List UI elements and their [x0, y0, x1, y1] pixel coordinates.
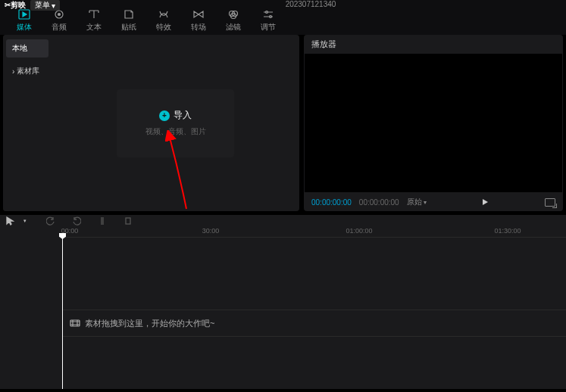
tab-sticker[interactable]: 贴纸	[112, 6, 145, 35]
sticker-icon	[123, 9, 135, 20]
tab-filter[interactable]: 滤镜	[217, 6, 250, 35]
main-track[interactable]: 素材拖拽到这里，开始你的大作吧~	[62, 310, 566, 337]
effect-icon	[158, 9, 170, 20]
player-ratio[interactable]: 原始 ▾	[407, 197, 427, 207]
timeline-ruler[interactable]: 00:00 30:00 01:00:00 01:30:00	[62, 227, 566, 238]
tab-adjust[interactable]: 调节	[252, 6, 285, 35]
svg-rect-8	[126, 218, 130, 224]
timeline-panel: ▾ 00:00 30:00 01:00:00 01:30:00 素材拖拽到这里，…	[0, 214, 566, 389]
select-tool[interactable]	[5, 216, 15, 226]
svg-rect-9	[70, 320, 80, 326]
delete-button[interactable]	[123, 216, 133, 226]
player-panel: 播放器 00:00:00:00 00:00:00:00 原始 ▾	[304, 35, 563, 211]
tab-text[interactable]: 文本	[77, 6, 111, 35]
play-button[interactable]	[483, 199, 488, 205]
tab-transition[interactable]: 转场	[182, 6, 215, 35]
tab-media[interactable]: 媒体	[8, 6, 41, 35]
track-hint: 素材拖拽到这里，开始你的大作吧~	[85, 318, 214, 329]
player-title: 播放器	[304, 35, 563, 53]
redo-button[interactable]	[71, 216, 82, 226]
video-track-icon	[62, 319, 85, 328]
player-viewport[interactable]	[305, 54, 562, 192]
split-button[interactable]	[97, 216, 108, 226]
adjust-icon	[262, 9, 274, 20]
sidebar-item-library[interactable]: ›素材库	[6, 62, 48, 80]
sidebar-item-local[interactable]: 本地	[6, 39, 48, 58]
import-title: 导入	[174, 109, 192, 122]
plus-icon: +	[159, 110, 170, 121]
media-panel: 本地 ›素材库 + 导入 视频、音频、图片	[3, 35, 299, 211]
tab-audio[interactable]: 音频	[42, 6, 76, 35]
audio-icon	[53, 9, 65, 20]
media-icon	[18, 9, 30, 20]
timeline-track-area[interactable]	[62, 238, 566, 298]
project-title: 202307121340	[286, 0, 336, 8]
player-time-current: 00:00:00:00	[311, 198, 352, 207]
playhead[interactable]	[62, 238, 63, 389]
tab-effect[interactable]: 特效	[147, 6, 180, 35]
undo-button[interactable]	[45, 216, 56, 226]
aspect-button[interactable]	[545, 198, 555, 207]
player-time-total: 00:00:00:00	[359, 198, 399, 207]
filter-icon	[227, 9, 239, 20]
import-subtitle: 视频、音频、图片	[145, 126, 206, 137]
svg-point-2	[58, 14, 61, 16]
text-icon	[88, 9, 100, 20]
chevron-right-icon: ›	[12, 67, 14, 76]
transition-icon	[192, 9, 205, 20]
import-dropzone[interactable]: + 导入 视频、音频、图片	[117, 89, 234, 157]
tool-dropdown[interactable]: ▾	[20, 216, 30, 226]
